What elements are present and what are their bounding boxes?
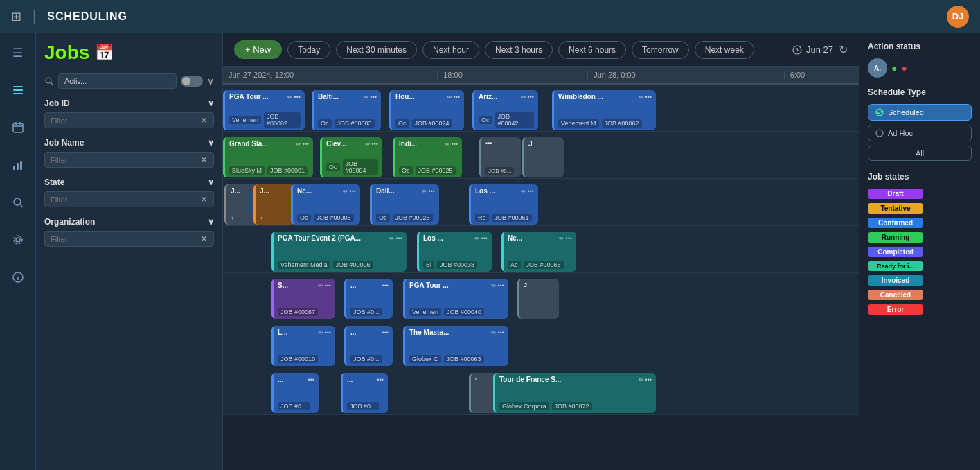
edit-icon[interactable]: ✏	[447, 94, 452, 101]
job-card-grand-sla[interactable]: Grand Sla... ✏ ••• BlueSky MJOB #00001	[223, 137, 313, 177]
more-icon[interactable]: •••	[645, 376, 652, 383]
job-card-pga-event2[interactable]: PGA Tour Event 2 (PGA... ✏ ••• Vehement …	[271, 232, 407, 272]
edit-icon[interactable]: ✏	[445, 141, 450, 148]
more-icon[interactable]: •••	[371, 94, 377, 101]
all-button[interactable]: All	[868, 146, 972, 161]
filter-group-job-id-header[interactable]: Job ID ∨	[44, 98, 214, 108]
job-card-los-1[interactable]: Los ... ✏ ••• ReJOB #00061	[469, 184, 538, 225]
calendar-icon-btn[interactable]	[6, 115, 30, 140]
edit-icon[interactable]: ✏	[491, 329, 497, 336]
job-card-ne-2[interactable]: Ne... ✏ ••• AcJOB #00065	[501, 232, 576, 272]
edit-icon[interactable]: ✏	[318, 329, 323, 336]
job-name-filter-input[interactable]	[51, 156, 200, 164]
tomorrow-button[interactable]: Tomorrow	[632, 41, 689, 59]
user-avatar[interactable]: DJ	[947, 6, 969, 28]
edit-icon[interactable]: ✏	[296, 141, 301, 148]
more-icon[interactable]: •••	[325, 282, 331, 289]
next-hour-button[interactable]: Next hour	[422, 41, 479, 59]
job-card-s[interactable]: S... ✏ ••• JOB #00067	[271, 279, 335, 319]
job-card-ne[interactable]: Ne... ✏ ••• OcJOB #00005	[291, 184, 360, 225]
active-toggle[interactable]	[181, 76, 203, 87]
filter-group-state-header[interactable]: State ∨	[44, 177, 214, 187]
job-card-ariz[interactable]: Ariz... ✏ ••• OcJOB #00042	[472, 90, 538, 130]
more-icon[interactable]: •••	[528, 188, 534, 195]
more-icon[interactable]: •••	[481, 235, 488, 242]
job-card-small-3[interactable]: ... ••• JOB #0...	[344, 326, 393, 366]
more-icon[interactable]: •••	[645, 94, 652, 101]
next-3h-button[interactable]: Next 3 hours	[485, 41, 553, 59]
job-card-small-5[interactable]: ... ••• JOB #0...	[341, 373, 388, 413]
more-icon[interactable]: •••	[294, 94, 301, 101]
chart-icon-btn[interactable]	[6, 153, 30, 177]
more-icon[interactable]: •••	[308, 376, 314, 383]
state-filter-input[interactable]	[51, 195, 200, 204]
job-card-clev[interactable]: Clev... ✏ ••• OcJOB #00004	[320, 137, 382, 177]
filter-search-input[interactable]	[58, 73, 177, 89]
state-badge-canceled[interactable]: Canceled	[868, 290, 923, 300]
job-card-small-2[interactable]: ... ••• JOB #0...	[344, 279, 393, 319]
next-week-button[interactable]: Next week	[695, 41, 754, 59]
job-card-dall[interactable]: Dall... ✏ ••• OcJOB #00023	[370, 184, 439, 225]
job-card-wimbledon[interactable]: Wimbledon ... ✏ ••• Vehement MJOB #00062	[552, 90, 656, 130]
job-card-indi[interactable]: Indi... ✏ ••• OcJOB #00025	[393, 137, 462, 177]
new-button[interactable]: + New	[234, 40, 282, 59]
state-badge-completed[interactable]: Completed	[868, 247, 923, 257]
info-icon-btn[interactable]	[6, 265, 30, 290]
job-card-j-1[interactable]: J	[522, 137, 564, 177]
gear-icon-btn[interactable]	[6, 227, 30, 252]
job-card-pga-tour-2[interactable]: PGA Tour ... ✏ ••• VehemenJOB #00040	[403, 279, 508, 319]
edit-icon[interactable]: ✏	[364, 94, 369, 101]
scheduled-button[interactable]: Scheduled	[868, 104, 972, 121]
job-card-small-4[interactable]: ... ••• JOB #0...	[271, 373, 319, 413]
more-icon[interactable]: •••	[528, 94, 534, 101]
more-icon[interactable]: •••	[454, 94, 460, 101]
state-badge-error[interactable]: Error	[868, 304, 923, 315]
job-card-los-2[interactable]: Los ... ✏ ••• BlJOB #00038	[417, 232, 492, 272]
menu-icon-btn[interactable]: ☰	[6, 40, 30, 65]
edit-icon[interactable]: ✏	[521, 94, 526, 101]
edit-icon[interactable]: ✏	[559, 235, 564, 242]
edit-icon[interactable]: ✏	[639, 376, 644, 383]
more-icon[interactable]: •••	[372, 141, 378, 148]
filter-dropdown-arrow[interactable]: ∨	[207, 76, 214, 87]
state-filter-clear[interactable]: ✕	[200, 194, 208, 204]
gantt-area[interactable]: Jun 27 2024, 12:00 18:00 Jun 28, 0:00 6:…	[223, 67, 859, 470]
edit-icon[interactable]: ✏	[639, 94, 644, 101]
state-badge-tentative[interactable]: Tentative	[868, 203, 923, 214]
state-badge-ready[interactable]: Ready for i...	[868, 261, 923, 271]
more-icon[interactable]: •••	[498, 329, 504, 336]
edit-icon[interactable]: ✏	[422, 188, 427, 195]
job-card-j-4[interactable]: J	[517, 279, 559, 319]
search-icon-btn[interactable]	[6, 190, 30, 215]
more-icon[interactable]: •••	[382, 282, 389, 289]
edit-icon[interactable]: ✏	[521, 188, 526, 195]
job-card-pga-tour-1[interactable]: PGA Tour ... ✏ ••• VehemenJOB #00002	[223, 90, 305, 130]
edit-icon[interactable]: ✏	[474, 235, 480, 242]
job-card-small-1[interactable]: ••• JOB #0...	[479, 137, 521, 177]
filter-group-job-name-header[interactable]: Job Name ∨	[44, 138, 214, 148]
grid-icon[interactable]: ⊞	[11, 9, 21, 24]
org-filter-clear[interactable]: ✕	[200, 234, 208, 244]
more-icon[interactable]: •••	[350, 188, 356, 195]
filter-group-org-header[interactable]: Organization ∨	[44, 217, 214, 227]
more-icon[interactable]: •••	[498, 282, 504, 289]
more-icon[interactable]: •••	[452, 141, 458, 148]
org-filter-input[interactable]	[51, 235, 200, 243]
today-button[interactable]: Today	[287, 41, 330, 59]
edit-icon[interactable]: ✏	[491, 282, 497, 289]
more-icon[interactable]: •••	[377, 376, 384, 383]
job-card-hou[interactable]: Hou... ✏ ••• OcJOB #00024	[389, 90, 464, 130]
job-card-j-3[interactable]: J... J...	[253, 184, 295, 225]
more-icon[interactable]: •••	[303, 141, 309, 148]
job-card-tour-france[interactable]: Tour de France S... ✏ ••• Globex Corpora…	[493, 373, 656, 413]
more-icon[interactable]: •••	[325, 329, 331, 336]
list-icon-btn[interactable]	[6, 78, 30, 103]
more-icon[interactable]: •••	[396, 235, 402, 242]
more-icon[interactable]: •••	[566, 235, 572, 242]
edit-icon[interactable]: ✏	[287, 94, 293, 101]
edit-icon[interactable]: ✏	[343, 188, 348, 195]
edit-icon[interactable]: ✏	[365, 141, 371, 148]
state-badge-draft[interactable]: Draft	[868, 189, 923, 199]
state-badge-confirmed[interactable]: Confirmed	[868, 218, 923, 228]
job-id-filter-clear[interactable]: ✕	[200, 115, 208, 125]
